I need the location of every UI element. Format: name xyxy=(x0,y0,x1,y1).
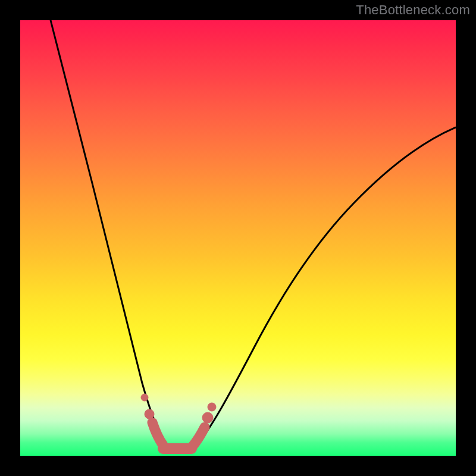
highlight-trough xyxy=(141,394,216,449)
plot-area xyxy=(20,20,456,456)
svg-point-3 xyxy=(208,403,216,411)
watermark-text: TheBottleneck.com xyxy=(356,2,470,18)
curve-layer xyxy=(20,20,456,456)
svg-point-2 xyxy=(202,412,213,423)
svg-point-0 xyxy=(141,394,148,401)
bottleneck-curve xyxy=(51,20,456,453)
chart-frame: TheBottleneck.com xyxy=(0,0,476,476)
